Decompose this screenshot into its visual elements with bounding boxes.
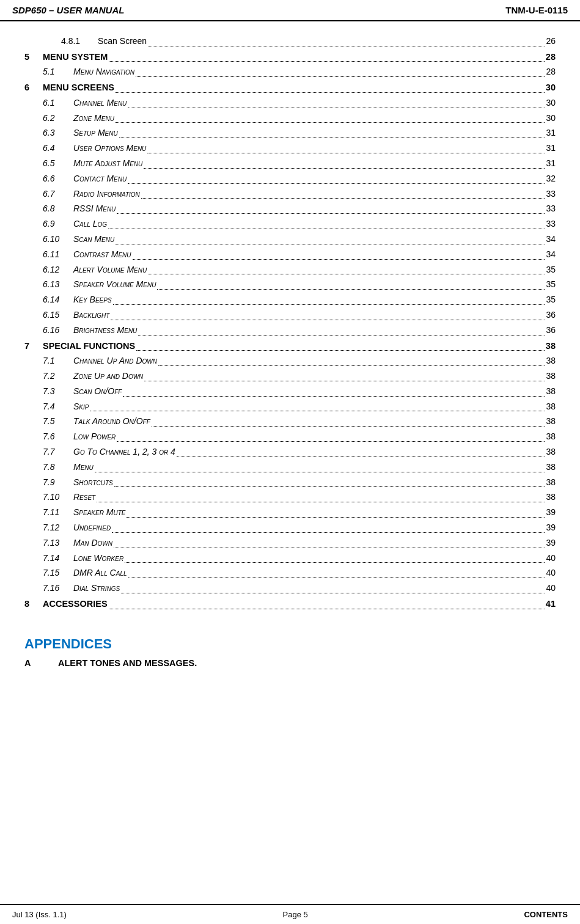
toc-label: Skip: [73, 400, 89, 414]
toc-page: 38: [546, 339, 556, 354]
header-doc-id: TNM-U-E-0115: [505, 5, 568, 15]
toc-page: 38: [546, 414, 556, 429]
toc-label: Reset: [73, 490, 95, 505]
toc-row: 6.9Call Log33: [24, 217, 556, 232]
toc-row: 7.12Undefined39: [24, 521, 556, 535]
toc-num: 6.16: [43, 323, 73, 338]
toc-filler: [148, 274, 545, 274]
toc-page: 38: [546, 445, 556, 460]
toc-filler: [128, 183, 545, 184]
toc-page: 32: [546, 172, 556, 186]
toc-row: 6.2Zone Menu30: [24, 111, 556, 126]
toc-filler: [109, 61, 545, 62]
toc-row: 6.8RSSI Menu33: [24, 202, 556, 216]
toc-label: Scan On/Off: [73, 384, 122, 399]
toc-row: 7.4Skip38: [24, 400, 556, 414]
toc-row: 6.5Mute Adjust Menu31: [24, 156, 556, 171]
toc-filler: [111, 320, 545, 320]
toc-row: 5.1Menu Navigation28: [24, 65, 556, 79]
toc-row: 7.11Speaker Mute39: [24, 505, 556, 520]
toc-filler: [136, 350, 545, 351]
toc-filler: [97, 502, 545, 502]
toc-page: 38: [546, 400, 556, 414]
toc-label: DMR All Call: [73, 566, 127, 581]
toc-row: 7.14Lone Worker40: [24, 551, 556, 566]
toc-row: 7.2Zone Up and Down38: [24, 369, 556, 384]
toc-label: ACCESSORIES: [43, 596, 108, 612]
toc-page: 30: [546, 80, 556, 95]
toc-page: 35: [546, 263, 556, 277]
toc-page: 38: [546, 460, 556, 475]
toc-num: 6.1: [43, 96, 73, 111]
toc-page: 33: [546, 217, 556, 232]
toc-label: Scan Screen: [98, 34, 147, 49]
toc-num: 7.1: [43, 354, 73, 369]
toc-row: 7.6Low Power38: [24, 430, 556, 444]
toc-row: 6.1Channel Menu30: [24, 96, 556, 111]
toc-filler: [112, 532, 545, 533]
toc-num: 7.7: [43, 445, 73, 460]
toc-filler: [116, 92, 545, 93]
toc-filler: [114, 486, 545, 487]
toc-row: 7.7Go To Channel 1, 2, 3 or 438: [24, 445, 556, 460]
toc-row: 6.10Scan Menu34: [24, 232, 556, 247]
toc-filler: [117, 213, 545, 214]
toc-page: 38: [546, 384, 556, 399]
toc-row: 6.3Setup Menu31: [24, 126, 556, 141]
toc-page: 38: [546, 490, 556, 505]
toc-label: Scan Menu: [73, 232, 114, 247]
toc-page: 40: [546, 581, 556, 596]
toc-filler: [141, 198, 545, 199]
toc-filler: [117, 441, 545, 442]
toc-page: 38: [546, 475, 556, 490]
toc-row: 6.6Contact Menu32: [24, 172, 556, 186]
toc-row: 7.15DMR All Call40: [24, 566, 556, 581]
toc-label: RSSI Menu: [73, 202, 116, 216]
page-header: SDP650 – USER MANUAL TNM-U-E-0115: [0, 0, 580, 21]
toc-filler: [133, 259, 545, 260]
toc-filler: [116, 122, 545, 123]
toc-num: 6.2: [43, 111, 73, 126]
toc-row: 7.10Reset38: [24, 490, 556, 505]
appendix-row: AALERT TONES AND MESSAGES.: [24, 658, 556, 668]
toc-num: 7.8: [43, 460, 73, 475]
toc-filler: [144, 381, 545, 381]
toc-filler: [123, 396, 545, 397]
toc-container: 4.8.1Scan Screen265MENU SYSTEM285.1Menu …: [24, 34, 556, 612]
toc-num: 6.10: [43, 232, 73, 247]
toc-num: 6.8: [43, 202, 73, 216]
toc-page: 31: [546, 126, 556, 141]
page-footer: Jul 13 (Iss. 1.1) Page 5 CONTENTS: [0, 904, 580, 924]
toc-page: 30: [546, 96, 556, 111]
toc-filler: [136, 76, 545, 77]
toc-filler: [113, 304, 545, 305]
footer-section: CONTENTS: [524, 910, 568, 919]
toc-num: 6.4: [43, 141, 73, 156]
toc-filler: [119, 138, 545, 138]
toc-label: Contrast Menu: [73, 248, 131, 262]
toc-page: 34: [546, 248, 556, 262]
toc-num: 8: [24, 596, 43, 612]
toc-num: 7.10: [43, 490, 73, 505]
toc-label: Backlight: [73, 308, 109, 323]
toc-num: 7.11: [43, 505, 73, 520]
toc-label: Brightness Menu: [73, 323, 137, 338]
toc-num: 6: [24, 80, 43, 95]
toc-filler: [157, 289, 545, 290]
toc-num: 7.14: [43, 551, 73, 566]
toc-row: 7.8Menu38: [24, 460, 556, 475]
toc-label: Man Down: [73, 536, 112, 551]
header-title: SDP650 – USER MANUAL: [12, 5, 124, 15]
toc-num: 6.7: [43, 187, 73, 202]
toc-filler: [138, 335, 545, 336]
toc-filler: [90, 411, 545, 411]
toc-page: 33: [546, 202, 556, 216]
toc-filler: [116, 244, 545, 244]
toc-row: 6.14Key Beeps35: [24, 293, 556, 307]
toc-page: 35: [546, 277, 556, 292]
toc-label: MENU SYSTEM: [43, 50, 108, 65]
toc-num: 7.6: [43, 430, 73, 444]
toc-page: 28: [546, 65, 556, 79]
toc-row: 7SPECIAL FUNCTIONS38: [24, 339, 556, 354]
toc-num: 7.9: [43, 475, 73, 490]
